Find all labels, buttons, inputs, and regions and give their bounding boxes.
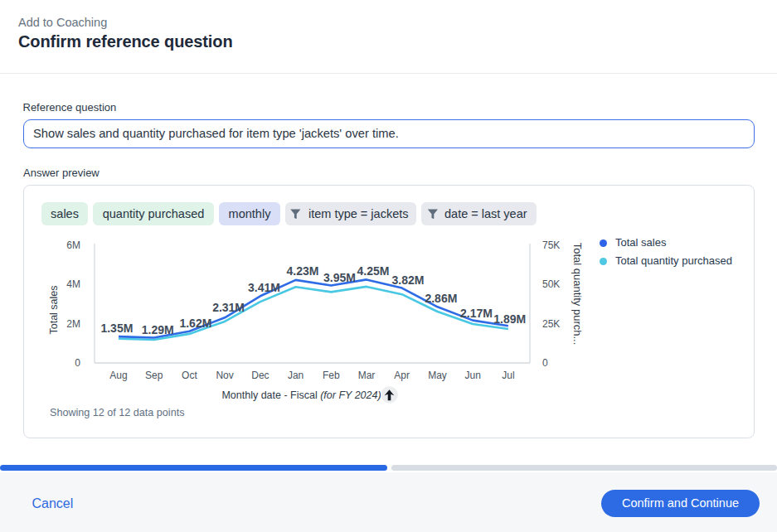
svg-text:2M: 2M	[66, 318, 80, 330]
svg-text:2.17M: 2.17M	[460, 307, 493, 320]
svg-text:Total sales: Total sales	[48, 285, 60, 334]
svg-text:Total quantity purch...: Total quantity purch...	[571, 243, 584, 346]
svg-text:1.35M: 1.35M	[100, 322, 133, 335]
svg-text:4M: 4M	[66, 278, 80, 290]
svg-text:Jul: Jul	[502, 370, 514, 381]
svg-text:Mar: Mar	[358, 370, 376, 381]
svg-text:Monthly date - Fiscal (for FY: Monthly date - Fiscal (for FY 2024)	[221, 389, 381, 401]
svg-text:1.29M: 1.29M	[142, 323, 174, 336]
svg-text:4.23M: 4.23M	[287, 264, 319, 278]
svg-text:0: 0	[542, 357, 548, 369]
svg-text:May: May	[428, 370, 447, 381]
svg-text:50K: 50K	[542, 278, 560, 290]
svg-text:4.25M: 4.25M	[357, 264, 390, 278]
svg-text:6M: 6M	[66, 239, 80, 251]
svg-text:Jan: Jan	[288, 370, 304, 381]
svg-text:Apr: Apr	[394, 370, 410, 381]
svg-text:2.31M: 2.31M	[212, 301, 245, 314]
svg-text:Oct: Oct	[182, 370, 197, 381]
svg-text:Dec: Dec	[251, 370, 269, 381]
svg-text:Jun: Jun	[465, 370, 481, 381]
svg-text:2.86M: 2.86M	[425, 292, 457, 305]
svg-text:3.41M: 3.41M	[248, 281, 280, 294]
svg-text:25K: 25K	[542, 318, 560, 330]
svg-text:Feb: Feb	[323, 370, 340, 381]
svg-text:Aug: Aug	[109, 370, 127, 381]
svg-text:75K: 75K	[542, 239, 560, 251]
svg-text:0: 0	[75, 357, 80, 369]
svg-text:Sep: Sep	[145, 370, 163, 381]
svg-text:1.89M: 1.89M	[493, 312, 526, 326]
svg-text:3.82M: 3.82M	[392, 273, 425, 287]
svg-text:1.62M: 1.62M	[179, 317, 211, 330]
svg-text:3.95M: 3.95M	[323, 271, 356, 284]
svg-text:Nov: Nov	[216, 370, 233, 381]
